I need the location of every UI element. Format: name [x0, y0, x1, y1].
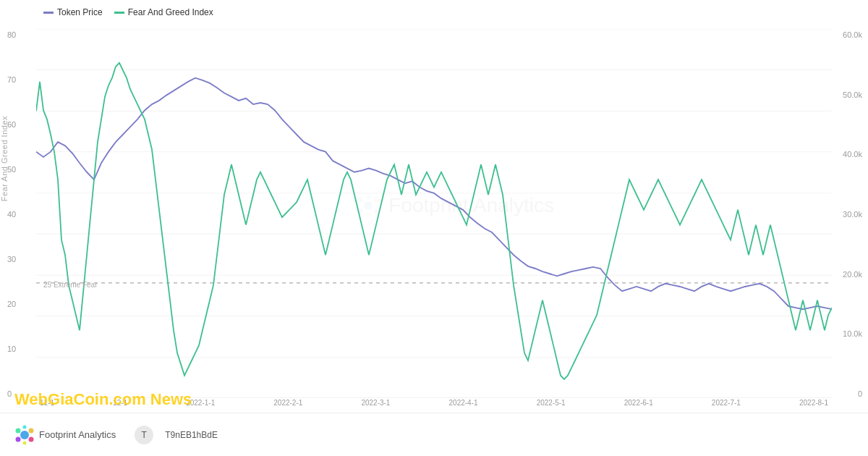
svg-point-23	[23, 425, 27, 428]
footer-avatar-letter: T	[142, 430, 147, 440]
legend-token-price-label: Token Price	[57, 7, 103, 17]
footer-avatar: T	[135, 426, 153, 444]
svg-point-20	[29, 428, 34, 433]
chart-svg	[36, 29, 832, 398]
legend-fear-greed-label: Fear And Greed Index	[128, 7, 213, 17]
legend-color-blue	[43, 12, 54, 14]
y-axis-left: 0 10 20 30 40 50 60 70 80	[7, 30, 16, 398]
dashed-line-label: 25 Extreme Fear	[43, 281, 97, 289]
legend-token-price: Token Price	[43, 7, 103, 17]
y-axis-title: Fear And Greed Index	[0, 116, 9, 201]
legend-fear-greed: Fear And Greed Index	[114, 7, 213, 17]
svg-point-24	[23, 441, 27, 444]
chart-container: Token Price Fear And Greed Index 0 10 20…	[0, 0, 868, 456]
footer-logo: Footprint Analytics	[14, 425, 116, 445]
svg-point-22	[29, 436, 34, 442]
footer-user-id: T9nEB1hBdE	[165, 430, 218, 440]
legend-color-green	[114, 12, 124, 14]
footer: Footprint Analytics T T9nEB1hBdE	[0, 413, 868, 456]
svg-point-21	[16, 436, 21, 442]
svg-point-18	[20, 431, 29, 439]
svg-point-19	[16, 428, 21, 433]
footprint-logo-icon	[14, 425, 35, 445]
y-axis-right: 0 10.0k 20.0k 30.0k 40.0k 50.0k 60.0k	[843, 30, 862, 398]
x-axis: 11-1 12-1 2022-1-1 2022-2-1 2022-3-1 202…	[40, 399, 828, 407]
footer-brand-label: Footprint Analytics	[39, 429, 116, 440]
chart-legend: Token Price Fear And Greed Index	[43, 7, 213, 17]
